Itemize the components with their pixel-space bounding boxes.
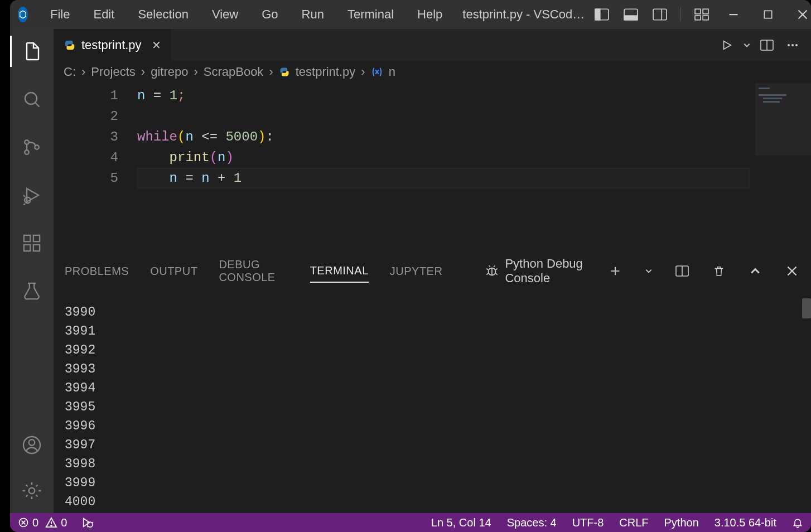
- editor-actions: [714, 29, 811, 61]
- window-maximize-icon[interactable]: [754, 3, 783, 26]
- svg-rect-8: [695, 16, 701, 20]
- window-close-icon[interactable]: [788, 3, 811, 26]
- activity-testing-icon[interactable]: [20, 279, 44, 303]
- svg-rect-3: [624, 16, 638, 20]
- breadcrumb-scrapbook[interactable]: ScrapBook: [204, 65, 264, 79]
- new-terminal-dropdown-icon[interactable]: [644, 260, 654, 282]
- debug-bug-icon: [485, 264, 499, 278]
- status-encoding[interactable]: UTF-8: [572, 516, 604, 529]
- terminal-line: 3991: [65, 322, 800, 341]
- breadcrumb[interactable]: C: › Projects › gitrepo › ScrapBook › te…: [54, 61, 811, 83]
- status-debug-run[interactable]: [81, 517, 94, 528]
- kill-terminal-icon[interactable]: [711, 260, 727, 282]
- terminal-profile[interactable]: Python Debug Console: [485, 257, 586, 286]
- status-notifications-icon[interactable]: [792, 516, 803, 529]
- toggle-panel-right-icon[interactable]: [648, 3, 672, 26]
- terminal-scrollbar[interactable]: [802, 298, 811, 318]
- panel-tab-terminal[interactable]: TERMINAL: [310, 260, 369, 283]
- breadcrumb-drive[interactable]: C:: [64, 65, 76, 79]
- breadcrumb-file[interactable]: testprint.py: [279, 65, 356, 79]
- menu-go[interactable]: Go: [253, 6, 287, 23]
- status-interpreter[interactable]: 3.10.5 64-bit: [715, 516, 776, 529]
- warning-icon: [45, 517, 57, 528]
- activity-settings-icon[interactable]: [20, 478, 44, 503]
- new-terminal-icon[interactable]: [607, 260, 623, 282]
- activity-search-icon[interactable]: [20, 87, 44, 112]
- window-minimize-icon[interactable]: [719, 3, 748, 26]
- split-editor-icon[interactable]: [754, 32, 780, 58]
- maximize-panel-icon[interactable]: [748, 260, 764, 282]
- menu-help[interactable]: Help: [408, 6, 451, 23]
- svg-point-58: [51, 525, 52, 526]
- terminal-line: 3994: [65, 379, 800, 398]
- terminal-line: 4000: [65, 492, 800, 511]
- svg-rect-9: [703, 16, 708, 20]
- activity-extensions-icon[interactable]: [20, 231, 44, 255]
- svg-rect-11: [765, 11, 772, 18]
- terminal-line: 3993: [65, 360, 800, 379]
- activity-scm-icon[interactable]: [20, 135, 44, 159]
- svg-rect-4: [653, 9, 667, 20]
- svg-rect-1: [595, 9, 600, 20]
- breadcrumb-gitrepo[interactable]: gitrepo: [151, 65, 188, 79]
- breadcrumb-projects[interactable]: Projects: [91, 65, 135, 79]
- panel-tab-output[interactable]: OUTPUT: [150, 260, 197, 282]
- svg-line-15: [35, 103, 40, 107]
- status-spaces[interactable]: Spaces: 4: [507, 516, 557, 529]
- code-line: [137, 106, 811, 127]
- status-errors-count: 0: [32, 516, 38, 529]
- panel-tab-jupyter[interactable]: JUPYTER: [390, 260, 443, 282]
- menu-view[interactable]: View: [203, 6, 247, 23]
- tab-label: testprint.py: [81, 38, 142, 52]
- svg-point-30: [29, 488, 35, 494]
- svg-rect-26: [33, 235, 40, 241]
- panel-tab-debug-console[interactable]: DEBUG CONSOLE: [219, 254, 288, 288]
- line-number: 4: [54, 147, 118, 168]
- run-file-icon[interactable]: [714, 32, 740, 58]
- activity-explorer-icon[interactable]: [20, 39, 44, 64]
- title-bar: File Edit Selection View Go Run Terminal…: [10, 0, 811, 29]
- vscode-window: File Edit Selection View Go Run Terminal…: [10, 0, 811, 532]
- svg-marker-19: [27, 188, 38, 202]
- code-editor[interactable]: 1 2 3 4 5 n = 1; while(n <= 5000): print…: [54, 83, 811, 257]
- breadcrumb-symbol[interactable]: n: [371, 65, 395, 79]
- current-line-highlight: [137, 168, 750, 188]
- svg-line-21: [23, 195, 25, 197]
- tab-close-icon[interactable]: ✕: [152, 38, 161, 52]
- menu-run[interactable]: Run: [293, 6, 333, 23]
- toggle-panel-left-icon[interactable]: [590, 3, 614, 26]
- terminal-line: 3992: [65, 341, 800, 360]
- svg-line-46: [494, 265, 495, 267]
- terminal-line: 4001: [65, 511, 800, 513]
- menu-file[interactable]: File: [41, 6, 79, 23]
- code-content[interactable]: n = 1; while(n <= 5000): print(n) n = n …: [137, 83, 811, 257]
- terminal-line: 3996: [65, 417, 800, 436]
- toggle-panel-bottom-icon[interactable]: [619, 3, 643, 26]
- status-language[interactable]: Python: [664, 516, 699, 529]
- status-eol[interactable]: CRLF: [619, 516, 648, 529]
- menu-terminal[interactable]: Terminal: [339, 6, 403, 23]
- terminal-line: 3997: [65, 436, 800, 454]
- status-errors[interactable]: 0 0: [18, 516, 67, 529]
- svg-line-42: [496, 269, 498, 270]
- menu-selection[interactable]: Selection: [129, 6, 197, 23]
- minimap-mark: [759, 94, 786, 96]
- minimap[interactable]: [755, 83, 811, 257]
- close-panel-icon[interactable]: [784, 260, 800, 282]
- main-area: testprint.py ✕ C: › Projects › gitrepo ›…: [10, 29, 811, 513]
- editor-tab-testprint[interactable]: testprint.py ✕: [54, 29, 171, 61]
- activity-run-debug-icon[interactable]: [20, 183, 44, 207]
- minimap-mark: [759, 88, 770, 89]
- status-ln-col[interactable]: Ln 5, Col 14: [431, 516, 491, 529]
- more-actions-icon[interactable]: [780, 32, 805, 58]
- code-line: n = 1;: [137, 85, 811, 106]
- run-dropdown-icon[interactable]: [740, 32, 754, 58]
- menu-edit[interactable]: Edit: [84, 6, 123, 23]
- terminal-line: 3998: [65, 454, 800, 473]
- terminal-output[interactable]: 3990 3991 3992 3993 3994 3995 3996 3997 …: [54, 285, 811, 513]
- activity-accounts-icon[interactable]: [20, 433, 44, 457]
- terminal-line: 3995: [65, 398, 800, 417]
- customize-layout-icon[interactable]: [690, 3, 713, 26]
- split-terminal-icon[interactable]: [674, 260, 690, 282]
- panel-tab-problems[interactable]: PROBLEMS: [65, 260, 129, 282]
